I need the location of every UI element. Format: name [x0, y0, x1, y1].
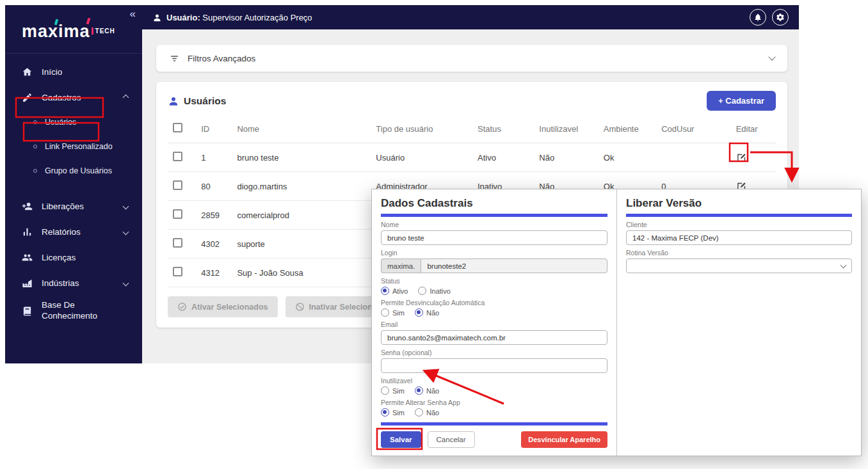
senha-input[interactable]: [381, 358, 607, 373]
liberar-versao-title: Liberar Versão: [626, 197, 852, 210]
person-icon: [168, 95, 179, 107]
pencil-icon: [22, 92, 33, 103]
advanced-filters-panel[interactable]: Filtros Avançados: [156, 45, 787, 72]
chevron-up-icon: [123, 94, 129, 100]
bell-icon: [753, 13, 762, 22]
inutilizavel-nao-radio[interactable]: Não: [415, 386, 439, 395]
title-divider: [626, 214, 852, 217]
notifications-button[interactable]: [750, 9, 766, 26]
cell-nome: suporte: [232, 230, 371, 258]
radio-icon: [415, 408, 423, 417]
cliente-field: Cliente 142 - Maxima FECP (Dev): [626, 221, 852, 245]
bullet-icon: [33, 169, 37, 173]
cell-codusur: [656, 143, 730, 172]
cancelar-button[interactable]: Cancelar: [428, 431, 475, 448]
topbar: Usuário: Supervisor Autorização Preço: [142, 5, 799, 29]
cadastrar-button[interactable]: + Cadastrar: [707, 91, 776, 111]
screenshot-canvas: « maximaTECH Início Cadastros Usuá: [0, 0, 868, 469]
login-label: Login: [381, 249, 607, 257]
select-all-checkbox[interactable]: [173, 123, 182, 132]
bullet-icon: [33, 145, 37, 148]
desvinculacao-nao-radio[interactable]: Não: [415, 308, 439, 317]
col-editar: Editar: [731, 115, 776, 143]
chevron-down-icon: [123, 203, 129, 209]
cliente-input[interactable]: 142 - Maxima FECP (Dev): [626, 230, 852, 245]
desvinculacao-radio-group: Permite Desvinculação Automática Sim Não: [381, 299, 607, 317]
login-prefix: maxima.: [381, 258, 421, 273]
cell-tipo: Usuário: [371, 143, 472, 172]
row-checkbox[interactable]: [173, 238, 182, 248]
cliente-label: Cliente: [626, 221, 852, 228]
salvar-button[interactable]: Salvar: [381, 431, 421, 448]
alterar-senha-sim-radio[interactable]: Sim: [381, 408, 405, 417]
cell-status: Ativo: [472, 143, 534, 172]
row-checkbox[interactable]: [173, 267, 182, 276]
chevron-down-icon: [123, 228, 129, 235]
login-input[interactable]: brunoteste2: [421, 258, 607, 273]
desvinculacao-sim-radio[interactable]: Sim: [381, 308, 405, 317]
home-icon: [22, 67, 33, 77]
sidebar-item-industrias[interactable]: Indústrias: [5, 270, 142, 296]
sidebar-item-usuarios[interactable]: Usuários: [5, 110, 142, 134]
cell-nome: Sup - João Sousa: [232, 258, 371, 287]
edit-row-icon[interactable]: [736, 152, 771, 163]
email-input[interactable]: bruno.santo2s@maximatech.com.br: [381, 330, 607, 345]
user-prefix: Usuário:: [166, 13, 200, 22]
title-divider: [381, 214, 607, 217]
sidebar-item-label: Licenças: [42, 253, 76, 262]
row-checkbox[interactable]: [173, 152, 182, 161]
status-inativo-radio[interactable]: Inativo: [418, 287, 450, 295]
chevron-down-icon: [123, 280, 129, 286]
users-card-header: Usuários + Cadastrar: [168, 91, 776, 111]
nome-input[interactable]: bruno teste: [381, 230, 607, 245]
sidebar-item-label: Base De Conhecimento: [42, 300, 112, 322]
col-tipo: Tipo de usuário: [371, 115, 472, 143]
factory-icon: [22, 278, 33, 289]
email-field: Email bruno.santo2s@maximatech.com.br: [381, 321, 607, 345]
col-nome: Nome: [232, 115, 371, 143]
sidebar-subitem-label: Grupo de Usuários: [45, 166, 112, 175]
inutilizavel-label: Inutilizavel: [381, 377, 607, 385]
inutilizavel-radio-group: Inutilizavel Sim Não: [381, 377, 607, 395]
person-plus-icon: [22, 201, 33, 212]
status-ativo-radio[interactable]: Ativo: [381, 287, 408, 295]
sidebar-item-label: Cadastros: [42, 93, 81, 102]
sidebar-item-liberacoes[interactable]: Liberações: [5, 193, 142, 219]
cell-id: 4302: [196, 230, 232, 258]
sidebar-item-licencas[interactable]: Licenças: [5, 244, 142, 270]
desvincular-aparelho-button[interactable]: Desvincular Aparelho: [521, 431, 607, 448]
sidebar-subitem-label: Link Personalizado: [45, 142, 113, 151]
col-codusur: CodUsur: [656, 115, 730, 143]
radio-icon: [381, 308, 389, 317]
sidebar: « maximaTECH Início Cadastros Usuá: [5, 5, 142, 363]
filters-label: Filtros Avançados: [188, 54, 255, 63]
login-field: Login maxima. brunoteste2: [381, 249, 607, 273]
sidebar-item-link-personalizado[interactable]: Link Personalizado: [5, 134, 142, 159]
rotina-versao-select[interactable]: [626, 258, 852, 273]
col-id: ID: [196, 115, 232, 143]
sidebar-item-base-de-conhecimento[interactable]: Base De Conhecimento: [5, 296, 142, 326]
row-checkbox[interactable]: [173, 209, 182, 219]
dados-cadastrais-panel: Dados Cadastrais Nome bruno teste Login …: [372, 189, 617, 456]
edit-user-modal: Dados Cadastrais Nome bruno teste Login …: [371, 189, 862, 456]
settings-button[interactable]: [772, 9, 789, 26]
sidebar-item-cadastros[interactable]: Cadastros: [5, 84, 142, 110]
inutilizavel-sim-radio[interactable]: Sim: [381, 386, 405, 395]
table-header-row: ID Nome Tipo de usuário Status Inutiliza…: [168, 115, 776, 143]
chevron-down-icon[interactable]: [768, 53, 775, 60]
cell-id: 4312: [196, 258, 232, 287]
col-status: Status: [472, 115, 534, 143]
sidebar-item-relatorios[interactable]: Relatórios: [5, 219, 142, 244]
sidebar-item-grupo-de-usuarios[interactable]: Grupo de Usuários: [5, 159, 142, 183]
sidebar-subitem-label: Usuários: [45, 118, 76, 127]
rotina-versao-label: Rotina Versão: [626, 249, 852, 257]
book-icon: [22, 306, 33, 317]
row-checkbox[interactable]: [173, 180, 182, 190]
radio-icon: [381, 386, 389, 395]
cell-id: 1: [196, 143, 232, 172]
dados-cadastrais-title: Dados Cadastrais: [381, 197, 607, 210]
ativar-selecionados-button[interactable]: Ativar Selecionados: [168, 296, 278, 317]
alterar-senha-nao-radio[interactable]: Não: [415, 408, 439, 417]
sidebar-item-inicio[interactable]: Início: [5, 59, 142, 84]
rotina-versao-field: Rotina Versão: [626, 249, 852, 273]
